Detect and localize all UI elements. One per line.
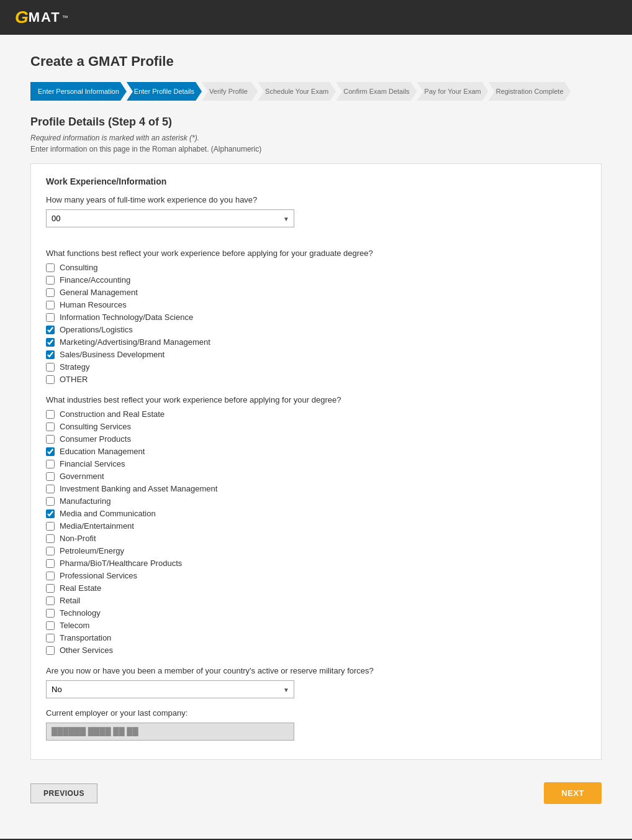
main-content: Create a GMAT Profile Enter Personal Inf… — [18, 35, 614, 826]
years-select[interactable]: 0001020304050607080910111213141516171819… — [46, 209, 294, 227]
function-checkbox-general-mgmt[interactable] — [46, 288, 55, 297]
step-verify-profile: Verify Profile — [202, 82, 258, 101]
industry-checkbox-consumer[interactable] — [46, 435, 55, 444]
industry-label-telecom: Telecom — [60, 621, 89, 630]
industry-checkbox-nonprofit[interactable] — [46, 534, 55, 543]
step-label-enter-personal: Enter Personal Information — [38, 87, 119, 96]
industries-list: Construction and Real EstateConsulting S… — [46, 409, 586, 655]
industry-checkbox-media-ent[interactable] — [46, 522, 55, 531]
industry-item-technology: Technology — [46, 608, 586, 618]
industry-item-manufacturing: Manufacturing — [46, 496, 586, 506]
industry-item-telecom: Telecom — [46, 621, 586, 630]
industry-item-transportation: Transportation — [46, 633, 586, 642]
function-item-operations: Operations/Logistics — [46, 325, 586, 334]
logo-g: G — [15, 7, 29, 27]
function-item-hr: Human Resources — [46, 300, 586, 309]
industry-label-nonprofit: Non-Profit — [60, 534, 96, 543]
logo-mat: MAT — [29, 9, 61, 25]
step-confirm-exam: Confirm Exam Details — [336, 82, 417, 101]
industry-item-investment: Investment Banking and Asset Management — [46, 484, 586, 493]
function-item-consulting: Consulting — [46, 263, 586, 272]
previous-button[interactable]: PREVIOUS — [30, 783, 97, 803]
industry-label-investment: Investment Banking and Asset Management — [60, 484, 217, 493]
function-label-operations: Operations/Logistics — [60, 325, 133, 334]
industry-label-technology: Technology — [60, 608, 101, 618]
military-label: Are you now or have you been a member of… — [46, 666, 586, 675]
step-label-pay-exam: Pay for Your Exam — [425, 87, 481, 96]
footer-buttons: PREVIOUS NEXT — [30, 772, 602, 814]
industry-label-education: Education Management — [60, 447, 145, 456]
industry-label-transportation: Transportation — [60, 633, 111, 642]
step-pay-exam: Pay for Your Exam — [417, 82, 489, 101]
function-checkbox-sales[interactable] — [46, 350, 55, 359]
industry-checkbox-pharma[interactable] — [46, 559, 55, 568]
function-checkbox-strategy[interactable] — [46, 363, 55, 372]
industry-checkbox-financial[interactable] — [46, 460, 55, 468]
industry-checkbox-technology[interactable] — [46, 609, 55, 618]
step-enter-personal: Enter Personal Information — [30, 82, 127, 101]
industry-label-manufacturing: Manufacturing — [60, 496, 111, 506]
alpha-note: Enter information on this page in the Ro… — [30, 145, 602, 153]
function-checkbox-other-func[interactable] — [46, 375, 55, 384]
industry-label-real-estate: Real Estate — [60, 583, 101, 593]
step-schedule-exam: Schedule Your Exam — [258, 82, 336, 101]
industry-checkbox-construction[interactable] — [46, 410, 55, 419]
industry-item-education: Education Management — [46, 447, 586, 456]
function-checkbox-operations[interactable] — [46, 326, 55, 334]
step-registration-complete: Registration Complete — [489, 82, 571, 101]
function-item-finance: Finance/Accounting — [46, 275, 586, 285]
section-title: Profile Details (Step 4 of 5) — [30, 116, 602, 129]
industry-checkbox-petroleum[interactable] — [46, 547, 55, 555]
function-item-marketing: Marketing/Advertising/Brand Management — [46, 337, 586, 347]
function-item-it-data: Information Technology/Data Science — [46, 313, 586, 322]
function-label-other-func: OTHER — [60, 375, 88, 384]
function-item-other-func: OTHER — [46, 375, 586, 384]
step-label-schedule-exam: Schedule Your Exam — [265, 87, 328, 96]
industry-checkbox-media-comm[interactable] — [46, 509, 55, 518]
function-label-it-data: Information Technology/Data Science — [60, 313, 193, 322]
industry-item-financial: Financial Services — [46, 459, 586, 468]
industry-label-pharma: Pharma/BioT/Healthcare Products — [60, 559, 182, 568]
industry-checkbox-consulting-svc[interactable] — [46, 422, 55, 431]
industry-checkbox-real-estate[interactable] — [46, 584, 55, 593]
industry-label-media-ent: Media/Entertainment — [60, 521, 134, 531]
logo-tm: ™ — [62, 14, 68, 21]
industry-item-government: Government — [46, 472, 586, 481]
function-checkbox-hr[interactable] — [46, 301, 55, 309]
step-enter-profile: Enter Profile Details — [127, 82, 202, 101]
function-label-finance: Finance/Accounting — [60, 275, 130, 285]
military-select[interactable]: NoYes — [46, 680, 294, 698]
function-label-consulting: Consulting — [60, 263, 97, 272]
industry-item-professional: Professional Services — [46, 571, 586, 580]
industry-checkbox-retail[interactable] — [46, 596, 55, 605]
function-label-sales: Sales/Business Development — [60, 350, 165, 359]
step-label-confirm-exam: Confirm Exam Details — [343, 87, 409, 96]
function-checkbox-consulting[interactable] — [46, 263, 55, 272]
industry-item-real-estate: Real Estate — [46, 583, 586, 593]
step-label-registration-complete: Registration Complete — [496, 87, 564, 96]
industry-checkbox-investment[interactable] — [46, 485, 55, 493]
step-label-enter-profile: Enter Profile Details — [134, 87, 194, 96]
industry-checkbox-transportation[interactable] — [46, 634, 55, 642]
industry-item-other-svc: Other Services — [46, 646, 586, 655]
industry-checkbox-government[interactable] — [46, 472, 55, 481]
industry-checkbox-telecom[interactable] — [46, 621, 55, 630]
industry-item-consumer: Consumer Products — [46, 434, 586, 444]
function-label-hr: Human Resources — [60, 300, 127, 309]
function-checkbox-marketing[interactable] — [46, 338, 55, 347]
industry-label-financial: Financial Services — [60, 459, 125, 468]
industry-item-retail: Retail — [46, 596, 586, 605]
function-checkbox-it-data[interactable] — [46, 313, 55, 322]
industry-label-construction: Construction and Real Estate — [60, 409, 165, 419]
next-button[interactable]: NEXT — [544, 782, 602, 804]
industry-label-government: Government — [60, 472, 104, 481]
progress-steps: Enter Personal InformationEnter Profile … — [30, 82, 602, 101]
industry-checkbox-professional[interactable] — [46, 572, 55, 580]
employer-input[interactable] — [46, 723, 294, 741]
industry-checkbox-manufacturing[interactable] — [46, 497, 55, 506]
required-note: Required information is marked with an a… — [30, 134, 602, 142]
industry-checkbox-education[interactable] — [46, 447, 55, 456]
function-item-general-mgmt: General Management — [46, 288, 586, 297]
industry-checkbox-other-svc[interactable] — [46, 646, 55, 655]
function-checkbox-finance[interactable] — [46, 276, 55, 285]
